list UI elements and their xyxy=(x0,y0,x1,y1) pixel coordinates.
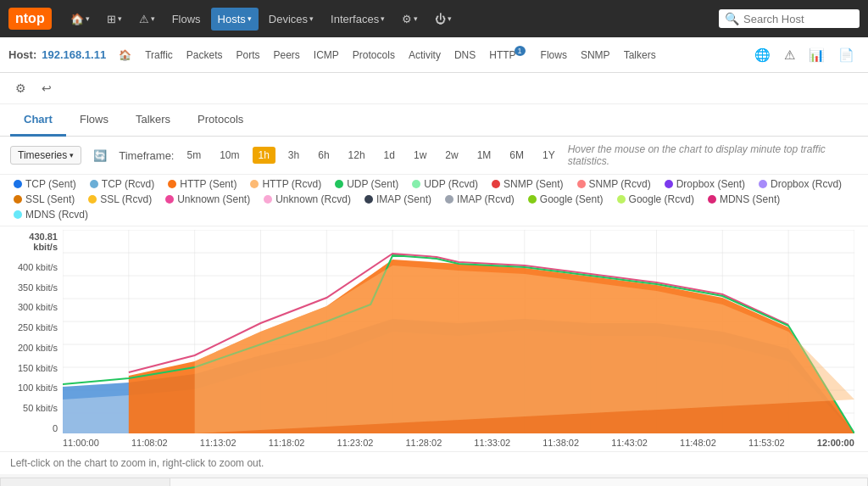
legend-label-5: UDP (Rcvd) xyxy=(424,178,478,190)
interfaces-label: Interfaces xyxy=(331,13,379,25)
y-label-0: 0 xyxy=(14,423,58,433)
legend-label-11: SSL (Rcvd) xyxy=(100,193,152,205)
legend-label-15: IMAP (Rcvd) xyxy=(457,193,515,205)
host-nav-activity[interactable]: Activity xyxy=(403,46,447,64)
legend-item-4: UDP (Sent) xyxy=(335,178,398,190)
search-icon: 🔍 xyxy=(725,12,739,25)
nav-interfaces[interactable]: Interfaces ▾ xyxy=(324,8,392,31)
tab-protocols[interactable]: Protocols xyxy=(184,104,257,137)
legend-dot-15 xyxy=(445,195,453,204)
host-nav-packets[interactable]: Packets xyxy=(181,46,229,64)
back-icon[interactable]: ↩ xyxy=(36,78,57,98)
host-label: Host: xyxy=(8,48,36,61)
host-nav-home[interactable]: 🏠 xyxy=(113,46,137,64)
host-nav-protocols[interactable]: Protocols xyxy=(347,46,401,64)
legend-dot-7 xyxy=(577,180,586,188)
host-nav-traffic[interactable]: Traffic xyxy=(139,46,179,64)
time-1w[interactable]: 1w xyxy=(408,147,432,164)
legend-dot-13 xyxy=(264,195,272,204)
host-nav-flows[interactable]: Flows xyxy=(535,46,573,64)
chart-icon[interactable]: 📊 xyxy=(804,44,830,66)
legend-dot-3 xyxy=(250,180,259,188)
time-6M[interactable]: 6M xyxy=(504,147,530,164)
doc-icon[interactable]: 📄 xyxy=(833,44,860,66)
nav-flows[interactable]: Flows xyxy=(165,8,208,31)
refresh-icon[interactable]: 🔄 xyxy=(88,146,112,165)
nav-home[interactable]: 🏠 ▾ xyxy=(64,8,97,31)
legend-dot-0 xyxy=(14,180,22,188)
host-nav-snmp[interactable]: SNMP xyxy=(575,46,616,64)
x-label-11: 12:00:00 xyxy=(817,438,854,448)
legend-item-14: IMAP (Sent) xyxy=(364,193,431,205)
host-nav-http[interactable]: HTTP1 xyxy=(483,46,532,64)
y-label-100: 100 kbit/s xyxy=(14,383,58,393)
time-1M[interactable]: 1M xyxy=(471,147,498,164)
legend-label-14: IMAP (Sent) xyxy=(376,193,431,205)
host-ip[interactable]: 192.168.1.11 xyxy=(42,48,106,61)
x-label-0: 11:00:00 xyxy=(63,438,99,448)
legend-item-11: SSL (Rcvd) xyxy=(88,193,152,205)
chart-svg-container[interactable]: 11:00:00 11:08:02 11:13:02 11:18:02 11:2… xyxy=(63,230,854,451)
nav-hosts[interactable]: Hosts ▾ xyxy=(211,8,259,31)
dashboard-caret: ▾ xyxy=(118,14,122,23)
legend-label-3: HTTP (Rcvd) xyxy=(262,178,321,190)
globe-icon[interactable]: 🌐 xyxy=(749,44,776,66)
y-label-200: 200 kbit/s xyxy=(14,343,58,353)
time-3h[interactable]: 3h xyxy=(282,147,305,164)
chart-area[interactable]: 430.81 kbit/s 400 kbit/s 350 kbit/s 300 … xyxy=(0,226,868,451)
nav-power[interactable]: ⏻ ▾ xyxy=(428,8,459,31)
time-5m[interactable]: 5m xyxy=(181,147,207,164)
search-input[interactable] xyxy=(743,13,854,25)
tab-talkers[interactable]: Talkers xyxy=(122,104,184,137)
time-1Y[interactable]: 1Y xyxy=(537,147,561,164)
hover-hint: Hover the mouse on the chart to display … xyxy=(568,143,858,167)
host-nav-icmp[interactable]: ICMP xyxy=(308,46,345,64)
legend-item-5: UDP (Rcvd) xyxy=(412,178,478,190)
legend-label-7: SNMP (Rcvd) xyxy=(589,178,651,190)
time-10m[interactable]: 10m xyxy=(214,147,245,164)
y-label-300: 300 kbit/s xyxy=(14,302,58,312)
legend-dot-18 xyxy=(708,195,716,204)
tab-flows[interactable]: Flows xyxy=(66,104,122,137)
host-nav-peers[interactable]: Peers xyxy=(268,46,306,64)
tab-chart[interactable]: Chart xyxy=(10,104,66,137)
host-bar-icons: 🌐 ⚠ 📊 📄 xyxy=(749,44,860,66)
nav-settings[interactable]: ⚙ ▾ xyxy=(395,8,425,31)
legend-item-17: Google (Rcvd) xyxy=(617,193,694,205)
host-bar: Host: 192.168.1.11 🏠 Traffic Packets Por… xyxy=(0,37,868,73)
gear-icon[interactable]: ⚙ xyxy=(10,78,31,98)
host-nav-dns[interactable]: DNS xyxy=(448,46,481,64)
legend-item-19: MDNS (Rcvd) xyxy=(14,209,88,221)
x-label-5: 11:28:02 xyxy=(405,438,442,448)
flows-label: Flows xyxy=(172,13,201,25)
nav-alert[interactable]: ⚠ ▾ xyxy=(132,8,162,31)
chart-svg[interactable] xyxy=(63,230,854,433)
legend-dot-1 xyxy=(90,180,98,188)
host-nav-talkers[interactable]: Talkers xyxy=(618,46,662,64)
timeseries-label: Timeseries xyxy=(18,149,67,161)
hosts-caret: ▾ xyxy=(248,14,252,23)
nav-dashboard[interactable]: ⊞ ▾ xyxy=(100,8,129,31)
legend-item-18: MDNS (Sent) xyxy=(708,193,780,205)
alert-caret: ▾ xyxy=(151,14,155,23)
top-navigation: ntop 🏠 ▾ ⊞ ▾ ⚠ ▾ Flows Hosts ▾ Devices ▾… xyxy=(0,0,868,37)
time-6h[interactable]: 6h xyxy=(312,147,335,164)
legend-label-12: Unknown (Sent) xyxy=(177,193,250,205)
chart-controls: Timeseries ▾ 🔄 Timeframe: 5m 10m 1h 3h 6… xyxy=(0,137,868,175)
host-nav-ports[interactable]: Ports xyxy=(230,46,265,64)
timeseries-dropdown[interactable]: Timeseries ▾ xyxy=(10,146,81,165)
time-1d[interactable]: 1d xyxy=(378,147,401,164)
legend-area: TCP (Sent)TCP (Rcvd)HTTP (Sent)HTTP (Rcv… xyxy=(0,175,868,226)
legend-label-10: SSL (Sent) xyxy=(25,193,75,205)
time-2w[interactable]: 2w xyxy=(439,147,464,164)
legend-dot-8 xyxy=(665,180,673,188)
x-label-4: 11:23:02 xyxy=(337,438,374,448)
time-12h[interactable]: 12h xyxy=(342,147,371,164)
legend-item-13: Unknown (Rcvd) xyxy=(264,193,351,205)
x-label-7: 11:38:02 xyxy=(542,438,579,448)
y-label-400: 400 kbit/s xyxy=(14,262,58,272)
nav-devices[interactable]: Devices ▾ xyxy=(262,8,320,31)
alert-host-icon[interactable]: ⚠ xyxy=(779,44,800,66)
time-1h[interactable]: 1h xyxy=(253,147,275,164)
legend-dot-16 xyxy=(528,195,537,204)
